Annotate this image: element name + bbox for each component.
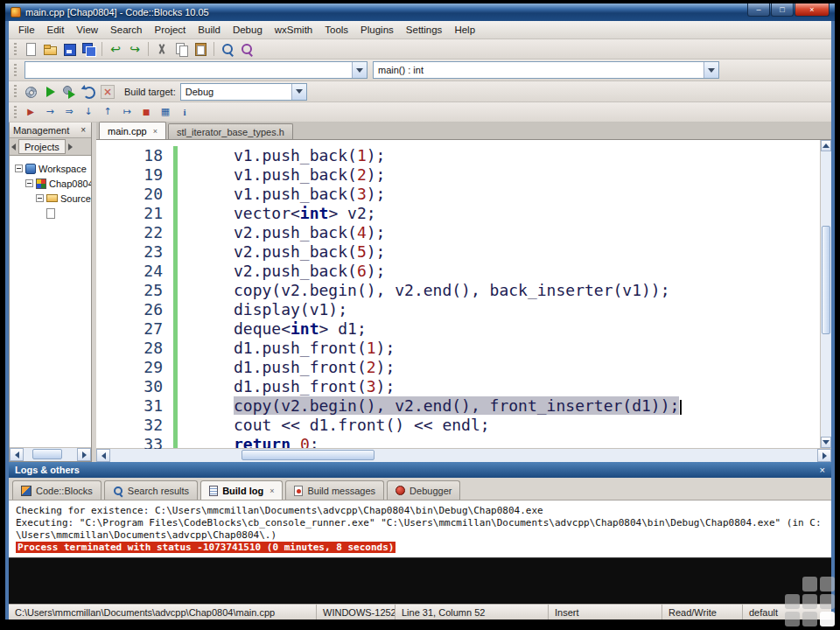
code-line-26[interactable]: display(v1); [186, 300, 831, 319]
scroll-track[interactable] [821, 151, 831, 437]
logs-tab-debugger[interactable]: Debugger [387, 480, 460, 500]
menu-item-search[interactable]: Search [104, 21, 148, 38]
save-button[interactable] [60, 40, 78, 58]
redo-button[interactable] [126, 40, 144, 58]
scroll-up-icon[interactable] [821, 140, 831, 151]
code-line-20[interactable]: v1.push_back(3); [186, 185, 831, 204]
menu-item-file[interactable]: File [12, 21, 41, 38]
logs-tab-code-blocks[interactable]: Code::Blocks [12, 480, 102, 500]
compile-button[interactable] [22, 83, 39, 101]
code-line-23[interactable]: v2.push_back(5); [186, 242, 831, 262]
expander-icon[interactable] [25, 179, 33, 187]
scroll-thumb[interactable] [32, 449, 62, 459]
tree-item-chap0804[interactable]: Chap0804 [10, 176, 91, 191]
cut-button[interactable] [153, 40, 171, 58]
dropdown-arrow-icon[interactable] [704, 62, 718, 78]
expander-icon[interactable] [36, 194, 44, 202]
tree-item-workspace[interactable]: Workspace [10, 161, 91, 176]
next-line-button[interactable] [60, 103, 78, 121]
run-to-cursor-button[interactable] [41, 103, 59, 121]
build-and-run-button[interactable] [60, 83, 78, 101]
code-line-32[interactable]: cout << d1.front() << endl; [186, 416, 831, 435]
copy-button[interactable] [172, 40, 190, 58]
step-into-button[interactable] [80, 103, 97, 121]
code-line-21[interactable]: vector<int> v2; [186, 204, 831, 223]
code-line-27[interactable]: deque<int> d1; [186, 319, 831, 339]
logs-tab-search-results[interactable]: Search results [104, 480, 198, 500]
scroll-right-icon[interactable] [817, 449, 831, 462]
scroll-left-icon[interactable] [11, 144, 16, 150]
close-button[interactable]: × [794, 4, 830, 17]
menu-item-plugins[interactable]: Plugins [354, 21, 400, 38]
debug-continue-button[interactable] [22, 103, 39, 121]
scroll-right-icon[interactable] [68, 144, 73, 150]
paste-button[interactable] [192, 40, 209, 58]
tab-close-icon[interactable]: × [153, 127, 158, 136]
management-header[interactable]: Management × [10, 122, 91, 138]
logs-tab-build-messages[interactable]: Build messages [285, 480, 384, 500]
menu-item-help[interactable]: Help [448, 21, 481, 38]
run-button[interactable] [41, 83, 59, 101]
menu-item-project[interactable]: Project [149, 21, 192, 38]
scope-combo[interactable] [24, 61, 368, 79]
dropdown-arrow-icon[interactable] [352, 62, 367, 78]
scroll-track[interactable] [24, 448, 77, 461]
scroll-thumb[interactable] [822, 226, 830, 334]
minimize-button[interactable]: – [747, 4, 770, 17]
editor-surface[interactable]: 18192021222324252627282930313233 v1.push… [96, 140, 831, 448]
logs-close-icon[interactable]: × [820, 465, 825, 475]
scroll-thumb[interactable] [242, 450, 374, 460]
code-line-30[interactable]: d1.push_front(3); [186, 377, 831, 396]
toolbar-grip[interactable] [14, 43, 17, 56]
code-line-19[interactable]: v1.push_back(2); [186, 165, 831, 185]
new-file-button[interactable] [22, 40, 39, 58]
build-target-combo[interactable]: Debug [180, 83, 307, 101]
code-line-33[interactable]: return 0; [186, 435, 831, 448]
expander-icon[interactable] [15, 164, 23, 172]
menu-item-edit[interactable]: Edit [41, 21, 71, 38]
logs-header[interactable]: Logs & others × [9, 462, 831, 478]
debugging-windows-button[interactable] [157, 103, 174, 121]
debug-info-button[interactable] [176, 103, 193, 121]
tree-item-sources[interactable]: Sources [10, 191, 91, 206]
tree-item-file[interactable] [10, 206, 91, 220]
management-close-icon[interactable]: × [79, 125, 88, 135]
management-hscrollbar[interactable] [10, 447, 91, 461]
code-area[interactable]: v1.push_back(1);v1.push_back(2);v1.push_… [186, 146, 831, 448]
undo-button[interactable] [107, 40, 124, 58]
menu-item-settings[interactable]: Settings [400, 21, 449, 38]
code-line-24[interactable]: v2.push_back(6); [186, 262, 831, 281]
menu-item-view[interactable]: View [70, 21, 104, 38]
menu-item-tools[interactable]: Tools [318, 21, 354, 38]
menu-item-debug[interactable]: Debug [227, 21, 269, 38]
scroll-track[interactable] [110, 449, 817, 462]
stop-debugger-button[interactable] [137, 103, 155, 121]
code-line-31[interactable]: copy(v2.begin(), v2.end(), front_inserte… [186, 396, 831, 416]
save-all-button[interactable] [80, 40, 97, 58]
step-out-button[interactable] [99, 103, 116, 121]
tab-projects[interactable]: Projects [18, 139, 66, 154]
editor-tab-stl-iterator-base-types-h[interactable]: stl_iterator_base_types.h [168, 123, 293, 139]
scroll-down-icon[interactable] [821, 437, 831, 448]
tab-close-icon[interactable]: × [270, 486, 274, 495]
replace-button[interactable] [238, 40, 256, 58]
title-bar[interactable]: main.cpp [Chap0804] - Code::Blocks 10.05… [5, 4, 835, 21]
logs-tab-build-log[interactable]: Build log× [200, 480, 283, 500]
code-line-29[interactable]: d1.push_front(2); [186, 358, 831, 377]
scroll-left-icon[interactable] [10, 448, 24, 461]
editor-tab-main-cpp[interactable]: main.cpp× [99, 122, 166, 139]
rebuild-button[interactable] [80, 83, 97, 101]
scroll-right-icon[interactable] [77, 448, 91, 461]
abort-build-button[interactable] [99, 83, 116, 101]
menu-item-wxsmith[interactable]: wxSmith [269, 21, 318, 38]
editor-hscrollbar[interactable] [96, 448, 831, 462]
maximize-button[interactable]: □ [771, 4, 794, 17]
find-button[interactable] [219, 40, 236, 58]
toolbar-grip[interactable] [14, 64, 17, 77]
code-line-25[interactable]: copy(v2.begin(), v2.end(), back_inserter… [186, 281, 831, 300]
next-instruction-button[interactable] [118, 103, 136, 121]
code-line-28[interactable]: d1.push_front(1); [186, 339, 831, 358]
code-line-18[interactable]: v1.push_back(1); [186, 146, 831, 165]
symbol-combo[interactable]: main() : int [373, 61, 719, 79]
code-line-22[interactable]: v2.push_back(4); [186, 223, 831, 242]
